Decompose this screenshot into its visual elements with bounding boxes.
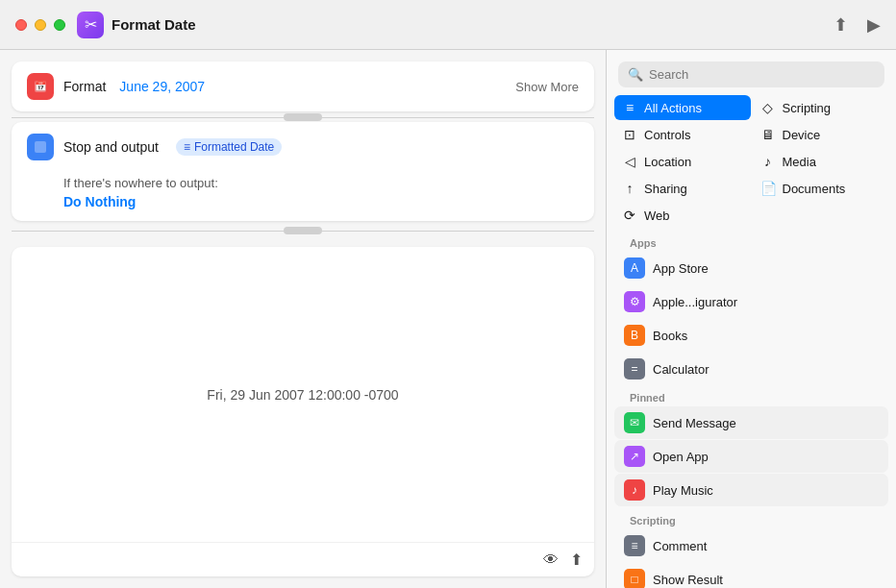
divider-handle-1[interactable] [284,113,322,121]
stop-label: Stop and output [63,139,159,155]
cat-device[interactable]: 🖥 Device [753,122,889,147]
cat-documents[interactable]: 📄 Documents [753,176,889,201]
stop-card-header: Stop and output ≡ Formatted Date [12,122,594,172]
cat-all-actions-label: All Actions [644,101,702,115]
cat-location[interactable]: ◁ Location [614,149,751,174]
divider-2 [12,231,594,232]
sharing-icon: ↑ [622,181,637,196]
cat-web-label: Web [644,208,670,223]
search-bar: 🔍 [618,61,884,87]
right-panel: 🔍 ≡ All Actions ◇ Scripting ⊡ Controls 🖥… [606,50,896,588]
pinned-section-label: Pinned [614,386,888,406]
cat-sharing-label: Sharing [644,182,687,196]
list-item-calculator[interactable]: = Calculator [614,353,888,385]
location-icon: ◁ [622,154,637,169]
nowhere-label: If there's nowhere to output: [63,176,579,190]
media-icon: ♪ [760,154,776,169]
app-store-icon: A [624,257,645,279]
do-nothing-button[interactable]: Do Nothing [63,194,579,209]
list-item-open-app[interactable]: ↗ Open App [614,440,888,473]
play-music-label: Play Music [653,483,713,498]
stop-card-body: If there's nowhere to output: Do Nothing [12,172,594,221]
cat-location-label: Location [644,155,691,169]
minimize-button[interactable] [35,19,46,31]
show-result-label: Show Result [653,573,723,587]
format-card-header: 📅 Format June 29, 2007 Show More [12,61,594,111]
badge-text: Formatted Date [194,140,274,154]
send-message-label: Send Message [653,416,736,430]
open-app-label: Open App [653,450,709,464]
books-icon: B [624,325,645,346]
play-music-icon: ♪ [624,479,645,501]
calculator-icon: = [624,358,645,380]
left-panel: 📅 Format June 29, 2007 Show More Stop an… [0,50,606,588]
list-item-app-store[interactable]: A App Store [614,252,888,284]
open-app-icon: ↗ [624,446,645,467]
format-icon: 📅 [27,73,54,100]
category-nav: ≡ All Actions ◇ Scripting ⊡ Controls 🖥 D… [607,95,896,228]
app-icon: ✂ [77,12,104,38]
show-more-button[interactable]: Show More [515,80,579,94]
books-label: Books [653,329,687,343]
cat-scripting[interactable]: ◇ Scripting [753,95,889,120]
device-icon: 🖥 [760,127,776,142]
search-icon: 🔍 [628,67,643,82]
format-date-card: 📅 Format June 29, 2007 Show More [12,61,594,111]
cat-media[interactable]: ♪ Media [753,149,889,174]
preview-button[interactable]: 👁 [543,551,559,569]
run-button[interactable]: ▶ [867,14,881,36]
cat-controls-label: Controls [644,128,690,142]
comment-icon: ≡ [624,535,645,556]
cat-scripting-label: Scripting [783,101,832,115]
share-button[interactable]: ⬆ [834,14,848,36]
output-area: Fri, 29 Jun 2007 12:00:00 -0700 👁 ⬆ [12,247,594,576]
list-item-books[interactable]: B Books [614,319,888,352]
scripting-icon: ◇ [760,100,776,115]
output-footer: 👁 ⬆ [12,542,594,576]
scripting-section-label: Scripting [614,507,888,529]
title-bar: ✂ Format Date ⬆ ▶ [0,0,896,50]
send-message-icon: ✉ [624,412,645,433]
list-item-send-message[interactable]: ✉ Send Message [614,406,888,439]
svg-rect-2 [35,141,46,153]
stop-output-card: Stop and output ≡ Formatted Date If ther… [12,122,594,221]
cat-device-label: Device [783,128,821,142]
apple-configurator-label: Apple...igurator [653,295,737,309]
list-item-play-music[interactable]: ♪ Play Music [614,474,888,506]
maximize-button[interactable] [54,19,65,31]
svg-text:📅: 📅 [35,80,47,92]
apps-section-label: Apps [614,232,888,252]
main-content: 📅 Format June 29, 2007 Show More Stop an… [0,50,896,588]
app-store-label: App Store [653,261,709,276]
output-text: Fri, 29 Jun 2007 12:00:00 -0700 [12,247,594,542]
export-button[interactable]: ⬆ [570,551,583,569]
list-item-show-result[interactable]: □ Show Result [614,563,888,588]
show-result-icon: □ [624,569,645,588]
cat-documents-label: Documents [783,182,846,196]
stop-icon [27,134,54,160]
cat-all-actions[interactable]: ≡ All Actions [614,95,751,120]
close-button[interactable] [15,19,27,31]
action-list: Apps A App Store ⚙ Apple...igurator B Bo… [607,232,896,588]
cat-media-label: Media [783,155,816,169]
format-value[interactable]: June 29, 2007 [119,79,205,94]
calculator-label: Calculator [653,362,709,377]
formatted-date-badge[interactable]: ≡ Formatted Date [176,138,282,156]
list-item-comment[interactable]: ≡ Comment [614,529,888,562]
controls-icon: ⊡ [622,127,637,142]
cat-sharing[interactable]: ↑ Sharing [614,176,751,201]
cat-web[interactable]: ⟳ Web [614,203,751,228]
badge-icon: ≡ [184,140,190,154]
apple-configurator-icon: ⚙ [624,291,645,312]
traffic-lights [15,19,65,31]
window-title: Format Date [112,16,834,33]
format-label: Format [63,79,106,94]
comment-label: Comment [653,539,707,553]
cat-controls[interactable]: ⊡ Controls [614,122,751,147]
all-actions-icon: ≡ [622,100,637,115]
title-actions: ⬆ ▶ [834,14,881,36]
web-icon: ⟳ [622,208,637,223]
search-input[interactable] [649,67,875,82]
list-item-apple-configurator[interactable]: ⚙ Apple...igurator [614,285,888,318]
divider-handle-2[interactable] [284,227,322,234]
